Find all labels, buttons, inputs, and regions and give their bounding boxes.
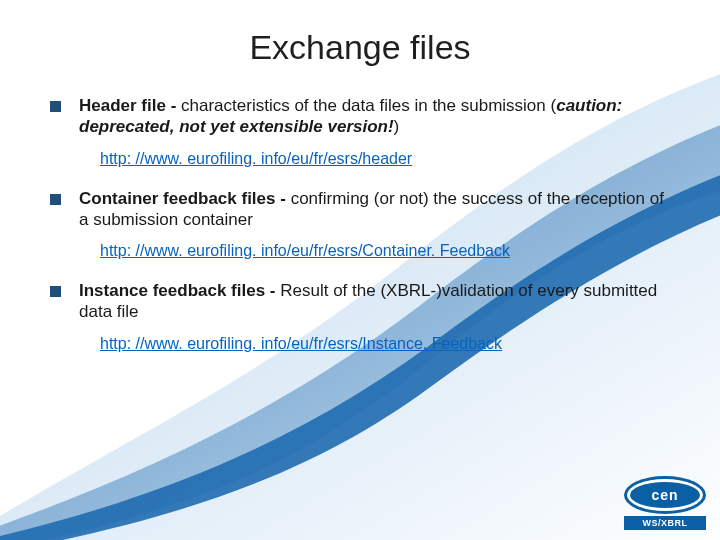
bullet-text: Header file - characteristics of the dat… — [79, 95, 670, 138]
link-header[interactable]: http: //www. eurofiling. info/eu/fr/esrs… — [100, 150, 670, 168]
bullet-text: Instance feedback files - Result of the … — [79, 280, 670, 323]
bullet-marker-icon — [50, 194, 61, 205]
bullet-item: Instance feedback files - Result of the … — [50, 280, 670, 323]
slide-content: Exchange files Header file - characteris… — [0, 0, 720, 353]
bullet-marker-icon — [50, 101, 61, 112]
link-container-feedback[interactable]: http: //www. eurofiling. info/eu/fr/esrs… — [100, 242, 670, 260]
cen-logo: cen WS/XBRL — [624, 476, 706, 530]
logo-text-sub: WS/XBRL — [624, 516, 706, 530]
bullet-marker-icon — [50, 286, 61, 297]
logo-text-main: cen — [651, 487, 678, 503]
bullet-item: Header file - characteristics of the dat… — [50, 95, 670, 138]
bullet-text: Container feedback files - confirming (o… — [79, 188, 670, 231]
link-instance-feedback[interactable]: http: //www. eurofiling. info/eu/fr/esrs… — [100, 335, 670, 353]
slide-title: Exchange files — [50, 28, 670, 67]
bullet-item: Container feedback files - confirming (o… — [50, 188, 670, 231]
